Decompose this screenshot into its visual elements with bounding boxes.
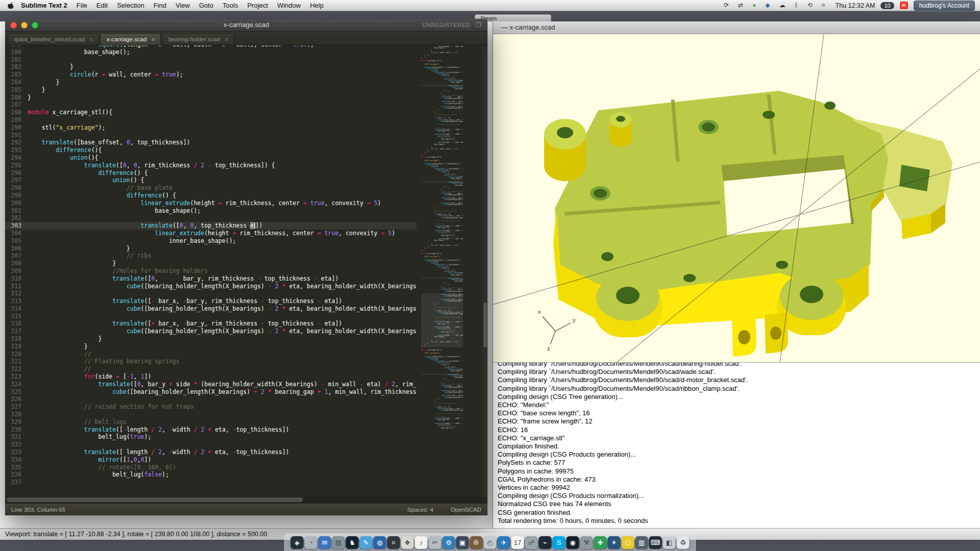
dock-app-27[interactable]: ⌨ — [649, 536, 662, 549]
code-line[interactable]: 292 translate([base_offset, 0, top_thick… — [5, 139, 416, 146]
dock-app-1[interactable]: ◈ — [291, 536, 304, 549]
code-line[interactable]: 289 — [5, 116, 416, 124]
code-line[interactable]: 301 base_shape(); — [5, 207, 416, 215]
code-line[interactable]: 282 } — [5, 63, 416, 71]
code-line[interactable]: 280 base_shape(); — [5, 48, 416, 56]
tab-bearing-holder.scad[interactable]: bearing-holder.scad× — [162, 33, 234, 45]
dock-app-8[interactable]: ⌗ — [387, 536, 400, 549]
vertical-scrollbar-thumb[interactable] — [483, 303, 487, 347]
dock-app-23[interactable]: ✚ — [594, 536, 607, 549]
code-line[interactable]: 330 translate([-length / 2, -width / 2 +… — [5, 426, 416, 434]
code-line[interactable]: 281 — [5, 56, 416, 64]
code-line[interactable]: 304 linear_extrude(height = rim_thicknes… — [5, 230, 416, 237]
dock-app-4[interactable]: ▤ — [332, 536, 345, 549]
code-line[interactable]: 328 — [5, 411, 416, 418]
code-line[interactable]: 306 } — [5, 245, 416, 253]
code-line[interactable]: 296 difference() { — [5, 169, 416, 177]
sync-icon[interactable]: ⇄ — [733, 0, 748, 11]
code-line[interactable]: 303 translate([0, 0, top_thickness-e]) — [5, 222, 416, 230]
tab-x-carriage.scad[interactable]: x-carriage.scad× — [100, 33, 161, 45]
menu-file[interactable]: File — [72, 0, 92, 11]
dock-app-7[interactable]: ◍ — [374, 536, 386, 549]
code-line[interactable]: 299 difference() { — [5, 192, 416, 199]
dock-app-28[interactable]: ◧ — [663, 536, 676, 549]
menu-sublime-text-2[interactable]: Sublime Text 2 — [16, 0, 72, 11]
code-line[interactable]: 324 translate([0, bar_y + side * (bearin… — [5, 381, 416, 388]
dock-trash[interactable]: ♻ — [677, 536, 690, 549]
dock-app-6[interactable]: ✎ — [360, 536, 373, 549]
code-line[interactable]: 300 linear_extrude(height = rim_thicknes… — [5, 199, 416, 207]
code-line[interactable]: 310 translate([0, bar_y, rim_thickness -… — [5, 275, 416, 283]
code-line[interactable]: 325 cube([bearing_holder_length(X_bearin… — [5, 388, 416, 396]
code-line[interactable]: 283 circle(r = wall, center = true); — [5, 71, 416, 79]
dock-app-18[interactable]: ☍ — [525, 536, 538, 549]
menu-selection[interactable]: Selection — [112, 0, 149, 11]
dock-app-19[interactable]: ⌁ — [539, 536, 552, 549]
code-line[interactable]: 331 belt_lug(true); — [5, 433, 416, 441]
dock-steam[interactable]: ◉ — [567, 536, 579, 549]
code-line[interactable]: 319 } — [5, 343, 416, 350]
dock-openscad[interactable]: ⬡ — [622, 536, 634, 549]
menu-find[interactable]: Find — [149, 0, 171, 11]
code-line[interactable]: 334 mirror([1,0,0]) — [5, 456, 416, 464]
code-line[interactable]: 294 union(){ — [5, 154, 416, 162]
dock-mail[interactable]: ✉ — [318, 536, 331, 549]
vertical-scrollbar[interactable] — [483, 45, 487, 496]
openscad-titlebar[interactable]: — x-carriage.scad — [493, 21, 980, 34]
dock-app-14[interactable]: ✇ — [470, 536, 483, 549]
indent-setting[interactable]: Spaces: 4 — [407, 507, 433, 513]
code-line[interactable]: 333 translate([ length / 2, -width / 2 +… — [5, 448, 416, 456]
code-line[interactable]: 305 inner_base_shape(); — [5, 237, 416, 245]
code-line[interactable]: 316 translate([+ bar_x, -bar_y, rim_thic… — [5, 320, 416, 328]
code-line[interactable]: 290 stl("x_carriage"); — [5, 124, 416, 132]
dock-skype[interactable]: S — [553, 536, 566, 549]
notification-badge[interactable]: 10 — [880, 2, 894, 9]
code-line[interactable]: 315 — [5, 313, 416, 320]
apple-menu[interactable] — [5, 2, 16, 9]
editor[interactable]: 279 square([length - 2 * wall, width - 2… — [5, 45, 487, 503]
cloud-icon[interactable]: ☁ — [775, 0, 790, 11]
dock-preferences[interactable]: ⚙ — [443, 536, 455, 549]
dock-app-22[interactable]: ⚒ — [580, 536, 593, 549]
openscad-3d-viewport[interactable]: x y z — [493, 34, 980, 362]
code-line[interactable]: 323 for(side = [-1, 1]) — [5, 373, 416, 381]
minimap[interactable]: square([length - 2 * wall, width - 2 * w… — [421, 45, 463, 496]
dock-music[interactable]: ♪ — [415, 536, 428, 549]
menu-view[interactable]: View — [171, 0, 194, 11]
code-line[interactable]: 297 union() { — [5, 177, 416, 184]
code-line[interactable]: 318 } — [5, 335, 416, 343]
code-line[interactable]: 295 translate([0, 0, rim_thickness / 2 -… — [5, 162, 416, 169]
code-line[interactable]: 285 } — [5, 86, 416, 94]
tab-close-icon[interactable]: × — [151, 36, 155, 43]
code-line[interactable]: 311 cube([bearing_holder_length(X_bearin… — [5, 283, 416, 290]
dock-app-24[interactable]: ✴ — [608, 536, 621, 549]
code-line[interactable]: 293 difference(){ — [5, 146, 416, 154]
code-line[interactable]: 308 } — [5, 260, 416, 267]
dock-app-11[interactable]: ✂ — [429, 536, 442, 549]
dock-app-9[interactable]: ❖ — [401, 536, 414, 549]
code-line[interactable]: 291 — [5, 132, 416, 139]
code-line[interactable]: 335 // rotate([0, 180, 0]) — [5, 464, 416, 471]
menu-goto[interactable]: Goto — [194, 0, 218, 11]
menu-window[interactable]: Window — [273, 0, 305, 11]
sublime-titlebar[interactable]: x-carriage.scad UNREGISTERED ❐ — [5, 19, 487, 32]
dock-calendar[interactable]: 17 — [511, 536, 524, 549]
time-machine-icon[interactable]: ⟲ — [803, 0, 817, 11]
menu-tools[interactable]: Tools — [218, 0, 242, 11]
code-line[interactable]: 302 — [5, 214, 416, 222]
code-line[interactable]: 314 cube([bearing_holder_length(X_bearin… — [5, 305, 416, 313]
dock-app-15[interactable]: ◴ — [484, 536, 497, 549]
horizontal-scrollbar-thumb[interactable] — [7, 497, 303, 502]
code-line[interactable]: 312 — [5, 290, 416, 297]
code-line[interactable]: 336 belt_lug(false); — [5, 471, 416, 479]
bluetooth-icon[interactable]: ᛒ — [790, 0, 803, 11]
code-line[interactable]: 298 // base plate — [5, 184, 416, 192]
dock-app-5[interactable]: ♞ — [346, 536, 359, 549]
dropbox-icon[interactable]: ◆ — [761, 0, 774, 11]
dock-app-13[interactable]: ▣ — [456, 536, 469, 549]
code-line[interactable]: 287 — [5, 101, 416, 109]
menu-clock[interactable]: Thu 12:32 AM — [836, 2, 875, 9]
code-line[interactable]: 320 // — [5, 350, 416, 358]
menu-project[interactable]: Project — [242, 0, 272, 11]
code-line[interactable]: 288module x_carriage_stl(){ — [5, 109, 416, 116]
